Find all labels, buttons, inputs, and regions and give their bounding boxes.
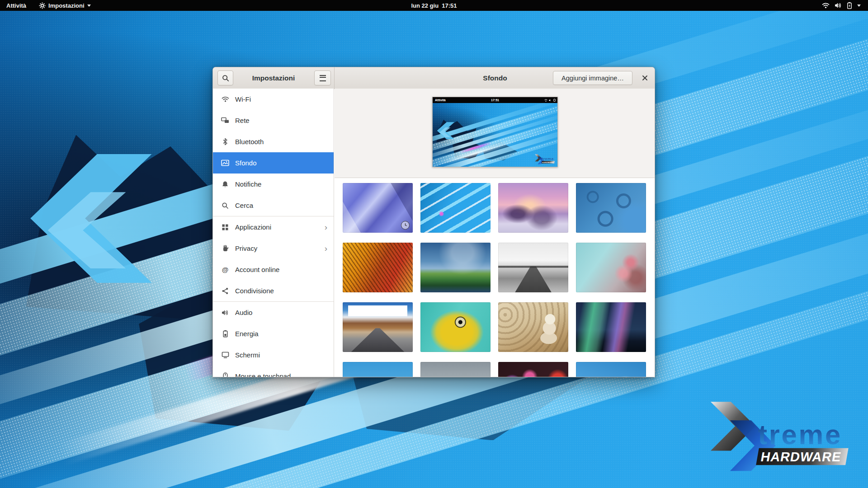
close-icon xyxy=(642,75,648,81)
network-icon xyxy=(221,117,229,125)
chevron-down-icon xyxy=(87,5,91,7)
current-background-preview: Attività 17:51 xyxy=(432,97,558,167)
sidebar-item-label: Notifiche xyxy=(235,180,261,188)
current-background-zone: Attività 17:51 xyxy=(335,89,655,178)
gear-icon xyxy=(39,2,46,9)
volume-icon xyxy=(835,2,842,9)
bell-icon xyxy=(221,180,229,188)
screen: Attività Impostazioni xyxy=(0,0,868,488)
sidebar-item-label: Sfondo xyxy=(235,159,257,167)
sidebar-item-bluetooth[interactable]: Bluetooth xyxy=(213,131,334,152)
sidebar-item-schermi[interactable]: Schermi xyxy=(213,344,334,366)
sidebar-item-account-online[interactable]: @ Account online xyxy=(213,259,334,280)
sidebar-item-label: Condivisione xyxy=(235,287,274,295)
wallpaper-thumbnail[interactable] xyxy=(498,362,568,377)
clock[interactable]: lun 22 giu 17:51 xyxy=(0,2,868,9)
mouse-icon xyxy=(221,372,229,378)
wallpaper-thumbnail[interactable] xyxy=(498,243,568,292)
wallpaper-thumbnail[interactable] xyxy=(576,243,646,292)
sidebar-item-label: Rete xyxy=(235,117,250,124)
timed-wallpaper-badge xyxy=(401,221,410,230)
logo-treme-text: treme xyxy=(542,157,554,161)
hamburger-icon xyxy=(320,75,326,81)
wallpaper-thumbnail[interactable] xyxy=(576,183,646,233)
activities-label: Attività xyxy=(6,2,26,9)
wallpaper-thumbnail[interactable] xyxy=(420,302,491,352)
sidebar-item-notifiche[interactable]: Notifiche xyxy=(213,174,334,195)
sidebar-item-label: Cerca xyxy=(235,202,253,209)
mini-top-bar: Attività 17:51 xyxy=(433,97,557,103)
wallpaper-thumbnail[interactable] xyxy=(420,243,491,292)
sidebar-item-privacy[interactable]: Privacy › xyxy=(213,238,334,259)
settings-window: Impostazioni Sfondo Aggiungi immagine… xyxy=(212,67,655,377)
wallpaper-thumbnail[interactable] xyxy=(343,183,413,233)
app-menu-button[interactable]: Impostazioni xyxy=(33,0,97,11)
sidebar-item-energia[interactable]: Energia xyxy=(213,323,334,344)
sidebar-item-rete[interactable]: Rete xyxy=(213,110,334,131)
background-preview-art: treme HARDWARE xyxy=(433,103,557,167)
sidebar-item-wifi[interactable]: Wi-Fi xyxy=(213,89,334,110)
wallpaper-thumbnail[interactable] xyxy=(576,362,646,377)
display-icon xyxy=(221,351,229,359)
search-icon xyxy=(221,202,229,210)
wallpaper-thumbnail[interactable] xyxy=(343,302,413,352)
sidebar-item-sfondo[interactable]: Sfondo xyxy=(213,152,334,174)
background-icon xyxy=(221,159,229,167)
sidebar-item-applicazioni[interactable]: Applicazioni › xyxy=(213,216,334,238)
app-menu-label: Impostazioni xyxy=(48,2,84,9)
logo-banner: HARDWARE xyxy=(756,448,848,465)
wallpaper-thumbnail[interactable] xyxy=(343,362,413,377)
sidebar-item-label: Energia xyxy=(235,330,259,338)
sidebar-item-mouse-touchpad[interactable]: Mouse e touchpad xyxy=(213,366,334,377)
wallpaper-thumbnail[interactable] xyxy=(343,243,413,292)
mini-status-icons xyxy=(544,97,556,103)
sidebar-item-label: Bluetooth xyxy=(235,138,264,145)
xtreme-hardware-logo: treme HARDWARE xyxy=(534,154,556,164)
gnome-top-bar: Attività Impostazioni xyxy=(0,0,868,11)
logo-banner: HARDWARE xyxy=(541,161,554,164)
mini-volume-icon xyxy=(549,99,552,102)
menu-button[interactable] xyxy=(314,70,331,85)
headerbar: Impostazioni Sfondo Aggiungi immagine… xyxy=(213,67,655,89)
sidebar-item-cerca[interactable]: Cerca xyxy=(213,195,334,216)
settings-sidebar: Wi-Fi Rete Bluetooth xyxy=(213,89,334,377)
add-image-button[interactable]: Aggiungi immagine… xyxy=(553,71,632,85)
wallpaper-grid xyxy=(343,183,646,377)
wallpaper-thumbnail[interactable] xyxy=(498,302,568,352)
sidebar-item-condivisione[interactable]: Condivisione xyxy=(213,280,334,301)
sidebar-item-label: Wi-Fi xyxy=(235,95,251,103)
sidebar-item-label: Audio xyxy=(235,309,252,316)
battery-icon xyxy=(221,330,229,338)
logo-treme-text: treme xyxy=(758,419,842,450)
close-button[interactable] xyxy=(637,71,652,85)
chevron-right-icon: › xyxy=(325,244,327,253)
applications-grid-icon xyxy=(221,223,229,231)
sidebar-item-audio[interactable]: Audio xyxy=(213,302,334,323)
sidebar-item-label: Privacy xyxy=(235,244,257,252)
wallpaper-thumbnail[interactable] xyxy=(420,362,491,377)
chevron-right-icon: › xyxy=(325,223,327,231)
share-icon xyxy=(221,287,229,295)
mini-battery-icon xyxy=(553,99,556,102)
sidebar-item-label: Schermi xyxy=(235,351,260,359)
wallpaper-thumbnail[interactable] xyxy=(498,183,568,233)
chevron-down-icon xyxy=(857,5,861,7)
speaker-icon xyxy=(221,309,229,317)
desktop-wallpaper: treme HARDWARE xyxy=(433,103,557,167)
status-tray[interactable] xyxy=(822,0,861,11)
battery-charging-icon xyxy=(847,2,852,9)
sidebar-item-label: Applicazioni xyxy=(235,223,271,231)
wallpaper-thumbnail[interactable] xyxy=(420,183,491,233)
wallpaper-thumbnail[interactable] xyxy=(576,302,646,352)
wifi-icon xyxy=(822,2,830,9)
mini-wifi-icon xyxy=(544,99,547,102)
xtreme-hardware-logo: treme HARDWARE xyxy=(704,397,856,473)
background-panel: Attività 17:51 xyxy=(335,89,655,377)
at-sign-icon: @ xyxy=(221,266,229,274)
logo-hardware-text: HARDWARE xyxy=(542,161,554,164)
sidebar-item-label: Mouse e touchpad xyxy=(235,372,291,377)
mini-clock: 17:51 xyxy=(433,97,557,103)
logo-hardware-text: HARDWARE xyxy=(760,450,842,464)
activities-button[interactable]: Attività xyxy=(0,0,33,11)
sidebar-item-label: Account online xyxy=(235,266,279,273)
